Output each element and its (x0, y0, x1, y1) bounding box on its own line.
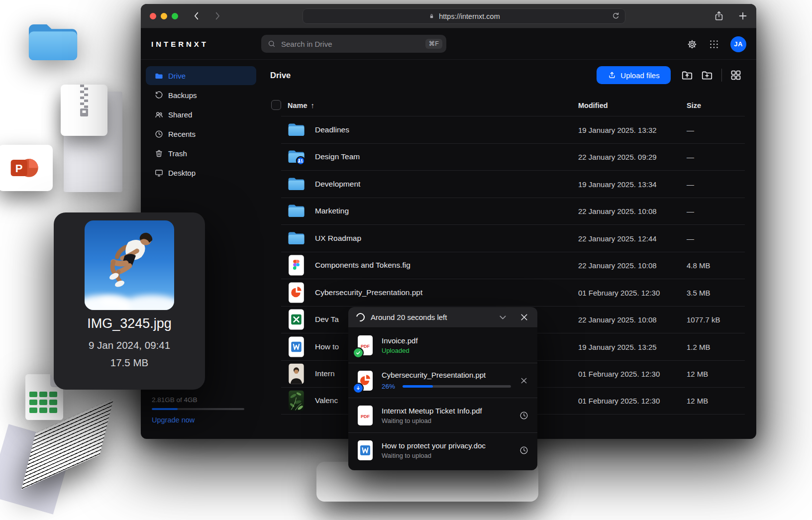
file-modified: 22 January 2025. 10:08 (578, 315, 657, 324)
sidebar-item[interactable]: Trash (146, 144, 256, 163)
reload-icon[interactable] (611, 11, 620, 21)
forward-icon[interactable] (212, 10, 223, 21)
file-modified: 22 January 2025. 09:29 (578, 153, 657, 161)
file-size: — (687, 153, 694, 161)
sidebar-item[interactable]: Backups (146, 86, 256, 104)
table-row[interactable]: Design Team 22 January 2025. 09:29 — (281, 143, 745, 171)
file-name: Design Team (315, 152, 360, 161)
preview-filename: IMG_3245.jpg (54, 316, 205, 331)
file-type-icon (287, 200, 305, 222)
file-modified: 19 January 2025. 13:25 (578, 342, 657, 351)
storage-progress-fill (152, 408, 178, 410)
file-size: 3.5 MB (687, 288, 710, 297)
toolbar-divider (721, 69, 722, 82)
search-field[interactable] (280, 39, 421, 49)
file-size: — (687, 234, 694, 242)
column-header-name[interactable]: Name ↑ (288, 95, 314, 116)
upload-progress-popup: Around 20 seconds left (348, 307, 537, 470)
traffic-light-close[interactable] (150, 13, 156, 19)
grid-view-icon[interactable] (729, 69, 742, 82)
popup-header: Around 20 seconds left (348, 307, 537, 328)
settings-gear-icon[interactable] (687, 39, 698, 50)
upload-item-icon (356, 405, 374, 426)
file-size: — (687, 207, 694, 215)
upload-item-name: How to protect your privacy.doc (382, 441, 511, 450)
avatar[interactable]: JA (730, 36, 746, 52)
upload-item-name: Invoice.pdf (382, 336, 511, 345)
file-name: Components and Tokens.fig (315, 261, 410, 270)
chevron-down-icon[interactable] (498, 312, 508, 322)
file-type-icon (287, 118, 305, 141)
upload-icon (608, 71, 616, 80)
sidebar-item-label: Trash (168, 149, 187, 158)
sidebar-item[interactable]: Desktop (146, 163, 256, 182)
sidebar-item[interactable]: Drive (146, 66, 256, 85)
table-header: Name ↑ Modified Size (261, 95, 756, 116)
upload-folder-icon[interactable] (681, 69, 694, 82)
upload-item-icon (356, 439, 374, 461)
page-canvas: P https://intern (0, 0, 812, 520)
file-type-icon (287, 390, 305, 412)
file-type-icon (287, 146, 305, 168)
upload-item-status: Uploaded (382, 347, 511, 354)
upload-progress-fill (403, 385, 433, 388)
upgrade-link[interactable]: Upgrade now (152, 416, 244, 424)
search-shortcut-badge: ⌘F (425, 39, 442, 49)
file-size: 4.8 MB (687, 261, 710, 270)
file-modified: 19 January 2025. 13:34 (578, 180, 657, 188)
upload-item: How to protect your privacy.doc Waiting … (348, 432, 537, 467)
new-folder-icon[interactable] (701, 69, 713, 82)
upload-item-status: Waiting to upload (382, 452, 511, 459)
preview-photo (85, 220, 174, 310)
file-type-icon (287, 173, 305, 195)
cancel-upload-icon[interactable] (519, 376, 529, 386)
preview-date: 9 Jan 2024, 09:41 (54, 339, 205, 351)
back-icon[interactable] (191, 10, 202, 21)
file-type-icon (287, 309, 305, 331)
address-bar[interactable]: https://internxt.com (303, 8, 625, 24)
share-icon[interactable] (713, 10, 724, 21)
sidebar-item-icon (154, 91, 164, 100)
preview-size: 17.5 MB (54, 357, 205, 369)
sidebar-item-label: Desktop (168, 169, 196, 177)
storage-usage-label: 2.81GB of 4GB (152, 396, 244, 404)
table-row[interactable]: Cybersecurity_Presentation.ppt 01 Februa… (281, 279, 745, 306)
file-modified: 19 January 2025. 13:32 (578, 125, 657, 134)
table-row[interactable]: Components and Tokens.fig 22 January 202… (281, 252, 745, 279)
decorative-powerpoint-icon: P (0, 145, 53, 191)
file-name: How to (315, 342, 339, 351)
select-all-checkbox[interactable] (271, 100, 281, 110)
sidebar-item-icon (154, 168, 164, 178)
file-name: UX Roadmap (315, 234, 361, 243)
table-row[interactable]: UX Roadmap 22 January 2025. 12:44 — (281, 224, 745, 252)
upload-item-name: Cybersecurity_Presentation.ppt (382, 371, 511, 379)
sidebar-item[interactable]: Shared (146, 105, 256, 124)
file-modified: 22 January 2025. 12:44 (578, 234, 657, 242)
file-modified: 01 February 2025. 12:30 (578, 397, 660, 405)
close-icon[interactable] (519, 312, 529, 322)
upload-item-status: Waiting to upload (382, 417, 511, 424)
sidebar-item[interactable]: Recents (146, 124, 256, 143)
sidebar-item-icon (154, 129, 164, 139)
file-name: Deadlines (315, 125, 349, 134)
new-tab-icon[interactable] (737, 10, 748, 21)
popup-status-text: Around 20 seconds left (371, 313, 492, 321)
traffic-light-minimize[interactable] (161, 13, 167, 19)
search-input[interactable]: ⌘F (261, 35, 446, 53)
upload-files-button[interactable]: Upload files (597, 66, 671, 84)
file-size: 12 MB (687, 370, 708, 378)
column-header-modified[interactable]: Modified (578, 95, 608, 116)
spinner-icon (355, 312, 367, 323)
file-name: Cybersecurity_Presentation.ppt (315, 288, 422, 297)
file-type-icon (287, 254, 305, 277)
table-row[interactable]: Marketing 22 January 2025. 10:08 — (281, 198, 745, 225)
traffic-light-zoom[interactable] (172, 13, 178, 19)
storage-progress-bar (152, 408, 244, 410)
sidebar-item-icon (154, 149, 164, 158)
url-text: https://internxt.com (439, 12, 500, 20)
table-row[interactable]: Development 19 January 2025. 13:34 — (281, 170, 745, 198)
upload-progress-row: 26% (382, 383, 511, 390)
apps-grid-icon[interactable] (709, 39, 719, 50)
column-header-size[interactable]: Size (687, 95, 701, 116)
table-row[interactable]: Deadlines 19 January 2025. 13:32 — (281, 116, 745, 143)
